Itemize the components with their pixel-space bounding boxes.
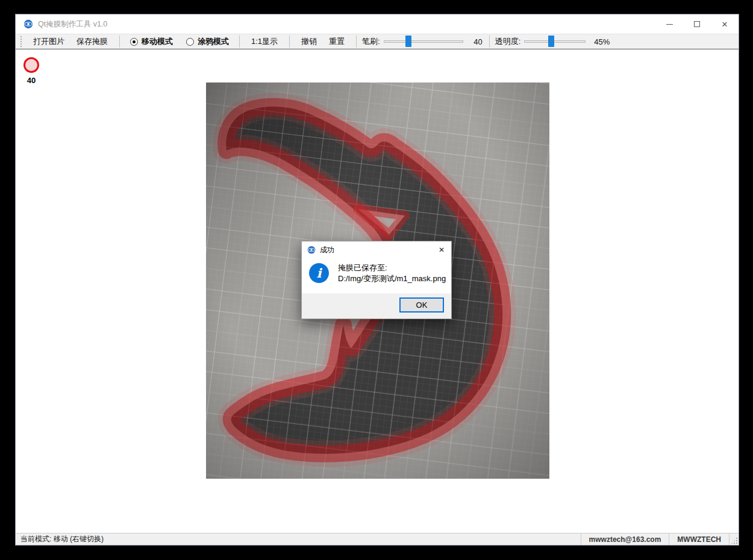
toolbar-drag-handle[interactable] [20, 36, 23, 47]
toolbar-separator [356, 36, 357, 48]
maximize-icon [694, 21, 700, 27]
opacity-slider[interactable] [524, 35, 586, 48]
email-text: mwwztech@163.com [581, 534, 669, 545]
undo-button[interactable]: 撤销 [298, 34, 320, 49]
ok-button[interactable]: OK [399, 297, 444, 313]
dialog-titlebar: 成功 ✕ [302, 241, 451, 258]
dialog-message-line1: 掩膜已保存至: [338, 263, 446, 273]
brush-size-text: 40 [16, 76, 47, 85]
move-mode-radio-row[interactable]: 移动模式 [130, 36, 173, 47]
resize-grip-icon [731, 538, 737, 544]
brush-slider-groove[interactable] [384, 40, 463, 43]
toolbar: 打开图片 保存掩膜 移动模式 涂鸦模式 1:1显示 撤销 重置 笔刷: 40 透… [16, 34, 739, 49]
reset-button[interactable]: 重置 [325, 34, 348, 49]
image-canvas[interactable]: 40 [16, 49, 739, 533]
paint-mode-radio-row[interactable]: 涂鸦模式 [186, 36, 229, 47]
paint-mode-label[interactable]: 涂鸦模式 [198, 36, 229, 47]
move-mode-radio[interactable] [130, 38, 138, 46]
info-icon: i [309, 263, 329, 283]
opacity-slider-groove[interactable] [524, 40, 586, 43]
statusbar: 当前模式: 移动 (右键切换) mwwztech@163.com MWWZTEC… [16, 533, 739, 545]
brush-circle-icon [23, 57, 39, 73]
titlebar: Qt掩膜制作工具 v1.0 ✕ [16, 14, 739, 34]
success-dialog: 成功 ✕ i 掩膜已保存至: D:/Img/变形测试/m1_mask.png O… [301, 241, 452, 319]
brand-text: MWWZTECH [669, 534, 729, 545]
opacity-value: 45% [589, 37, 610, 46]
move-mode-label[interactable]: 移动模式 [142, 36, 173, 47]
app-logo-icon [307, 246, 316, 254]
resize-grip[interactable] [729, 534, 739, 545]
toolbar-separator [489, 36, 490, 48]
current-mode-text: 当前模式: 移动 (右键切换) [16, 534, 104, 544]
opacity-slider-handle[interactable] [548, 36, 554, 47]
brush-slider-handle[interactable] [405, 36, 411, 47]
app-logo-icon [23, 19, 33, 29]
save-mask-button[interactable]: 保存掩膜 [73, 34, 111, 49]
dialog-message-line2: D:/Img/变形测试/m1_mask.png [338, 273, 446, 284]
opacity-slider-label: 透明度: [495, 36, 521, 47]
brush-slider[interactable] [384, 35, 463, 48]
brush-slider-label: 笔刷: [362, 36, 380, 47]
display-1to1-button[interactable]: 1:1显示 [248, 34, 281, 49]
statusbar-right: mwwztech@163.com MWWZTECH [581, 534, 739, 545]
dialog-footer: OK [302, 293, 451, 319]
maximize-button[interactable] [683, 14, 711, 34]
toolbar-separator [289, 36, 290, 48]
toolbar-separator [239, 36, 240, 48]
dialog-close-button[interactable]: ✕ [432, 241, 451, 258]
toolbar-separator [119, 36, 120, 48]
brush-size-indicator: 40 [16, 57, 47, 85]
dialog-body: i 掩膜已保存至: D:/Img/变形测试/m1_mask.png [302, 258, 451, 293]
window-title: Qt掩膜制作工具 v1.0 [38, 19, 107, 30]
app-window: Qt掩膜制作工具 v1.0 ✕ 打开图片 保存掩膜 移动模式 涂鸦模式 1:1显… [15, 14, 739, 546]
dialog-message: 掩膜已保存至: D:/Img/变形测试/m1_mask.png [338, 262, 446, 293]
open-image-button[interactable]: 打开图片 [30, 34, 68, 49]
dialog-title: 成功 [320, 245, 334, 255]
paint-mode-radio[interactable] [186, 38, 194, 46]
brush-value: 40 [467, 37, 483, 46]
close-button[interactable]: ✕ [711, 14, 739, 34]
minimize-button[interactable] [655, 14, 683, 34]
minimize-icon [666, 24, 673, 25]
